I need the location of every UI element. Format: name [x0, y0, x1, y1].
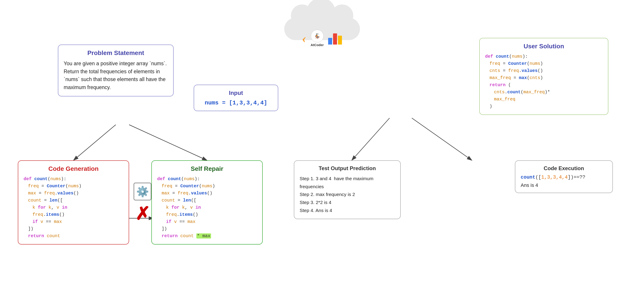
solution-code: def count(nums): freq = Counter(nums) cn…: [485, 53, 602, 110]
selfrepair-code: def count(nums): freq = Counter(nums) ma…: [157, 175, 257, 240]
cloud-shape: ‹ AC 🏇 AtCoder: [280, 5, 364, 49]
svg-line-2: [129, 125, 207, 160]
solution-title: User Solution: [485, 43, 602, 50]
svg-text:🏇: 🏇: [315, 34, 320, 39]
input-box: Input nums = [1,3,3,4,4]: [194, 85, 278, 111]
codegen-title: Code Generation: [24, 165, 123, 172]
user-solution-box: User Solution def count(nums): freq = Co…: [479, 38, 608, 115]
test-output-box: Test Output Prediction Step 1. 3 and 4 h…: [294, 160, 401, 219]
self-repair-box: Self Repair def count(nums): freq = Coun…: [151, 160, 263, 244]
gear-x-container: ⚙️ ✗: [134, 183, 151, 223]
codegen-code: def count(nums): freq = Counter(nums) ma…: [24, 175, 123, 240]
code-generation-box: Code Generation def count(nums): freq = …: [18, 160, 129, 244]
svg-line-4: [412, 118, 472, 160]
selfrepair-title: Self Repair: [157, 165, 257, 172]
step1: Step 1. 3 and 4 have the maximum frequen…: [300, 175, 395, 190]
test-output-steps: Step 1. 3 and 4 have the maximum frequen…: [300, 175, 395, 214]
testoutput-title: Test Output Prediction: [300, 165, 395, 171]
exec-result: Ans is 4: [521, 182, 607, 188]
atcoder-icon: AC 🏇 AtCoder: [310, 30, 324, 47]
code-execution-box: Code Execution count([1,3,3,4,4])==?? An…: [515, 160, 613, 193]
step3: Step 3. 2*2 is 4: [300, 198, 395, 206]
codeexec-title: Code Execution: [521, 165, 607, 171]
exec-call: count([1,3,3,4,4])==??: [521, 175, 607, 180]
leetcode-icon: ‹: [302, 31, 306, 46]
problem-text: You are given a positive integer array `…: [64, 60, 168, 92]
error-x-icon: ✗: [135, 205, 150, 223]
svg-line-3: [352, 118, 390, 160]
input-title: Input: [200, 90, 272, 96]
svg-line-1: [74, 125, 116, 160]
step4: Step 4. Ans is 4: [300, 206, 395, 214]
problem-statement-box: Problem Statement You are given a positi…: [58, 45, 174, 96]
google-charts-icon: [328, 32, 342, 45]
problem-title: Problem Statement: [64, 50, 168, 57]
step2: Step 2. max frequency is 2: [300, 190, 395, 198]
gear-icon: ⚙️: [134, 183, 151, 200]
diagram-container: ‹ AC 🏇 AtCoder Problem Statement You: [0, 0, 644, 308]
input-code: nums = [1,3,3,4,4]: [200, 100, 272, 106]
